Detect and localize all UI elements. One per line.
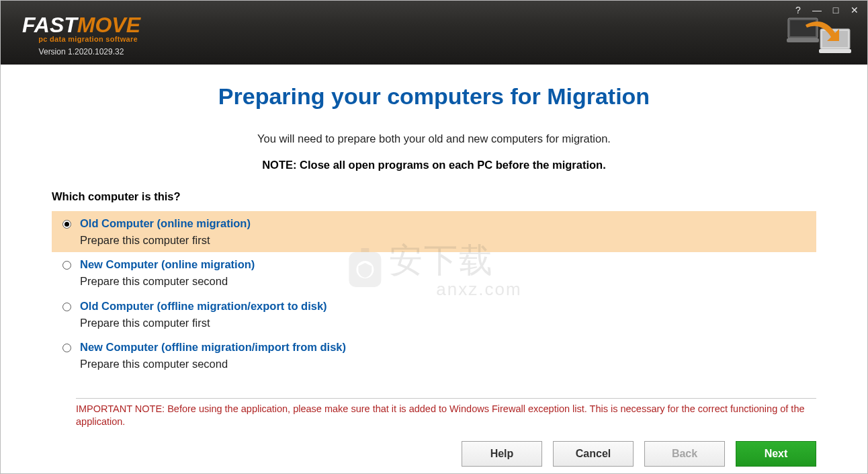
- help-icon[interactable]: ?: [793, 5, 803, 15]
- app-header: FASTMOVE pc data migration software Vers…: [1, 1, 867, 65]
- maximize-icon[interactable]: □: [831, 5, 840, 15]
- back-button[interactable]: Back: [644, 441, 725, 467]
- separator: [76, 398, 816, 399]
- next-button[interactable]: Next: [736, 441, 816, 467]
- option-label: Old Computer (offline migration/export t…: [80, 298, 327, 315]
- option-new-online[interactable]: New Computer (online migration) Prepare …: [52, 252, 816, 293]
- option-new-offline[interactable]: New Computer (offline migration/import f…: [52, 335, 816, 376]
- button-bar: Help Cancel Back Next: [52, 441, 816, 473]
- page-title: Preparing your computers for Migration: [52, 83, 816, 110]
- version-label: Version 1.2020.1029.32: [22, 47, 140, 56]
- option-desc: Prepare this computer first: [80, 315, 327, 331]
- svg-rect-5: [819, 49, 851, 53]
- logo-tagline: pc data migration software: [22, 35, 140, 43]
- option-old-offline[interactable]: Old Computer (offline migration/export t…: [52, 294, 816, 335]
- window-controls: ? — □ ✕: [793, 5, 859, 15]
- option-desc: Prepare this computer first: [80, 233, 251, 249]
- firewall-warning: IMPORTANT NOTE: Before using the applica…: [52, 403, 816, 429]
- app-logo: FASTMOVE: [22, 14, 140, 36]
- logo-block: FASTMOVE pc data migration software Vers…: [1, 1, 140, 56]
- option-desc: Prepare this computer second: [80, 274, 255, 290]
- option-label: New Computer (online migration): [80, 256, 255, 274]
- note-text: NOTE: Close all open programs on each PC…: [52, 159, 816, 171]
- close-icon[interactable]: ✕: [850, 5, 859, 15]
- content-area: 安下载 anxz.com Preparing your computers fo…: [1, 65, 867, 473]
- logo-move: MOVE: [77, 13, 140, 37]
- radio-icon[interactable]: [62, 220, 71, 229]
- migration-illustration: [787, 17, 854, 60]
- options-group: Old Computer (online migration) Prepare …: [52, 211, 816, 377]
- radio-icon[interactable]: [62, 303, 71, 311]
- minimize-icon[interactable]: —: [812, 5, 822, 15]
- intro-text: You will need to prepare both your old a…: [52, 132, 816, 145]
- cancel-button[interactable]: Cancel: [553, 441, 634, 467]
- svg-rect-2: [787, 38, 819, 42]
- option-old-online[interactable]: Old Computer (online migration) Prepare …: [52, 211, 816, 252]
- radio-icon[interactable]: [62, 344, 71, 352]
- option-desc: Prepare this computer second: [80, 356, 346, 372]
- option-label: Old Computer (online migration): [80, 215, 251, 233]
- radio-icon[interactable]: [62, 261, 71, 270]
- option-label: New Computer (offline migration/import f…: [80, 339, 346, 356]
- prompt-text: Which computer is this?: [52, 190, 816, 203]
- logo-fast: FAST: [22, 13, 77, 37]
- help-button[interactable]: Help: [462, 441, 542, 467]
